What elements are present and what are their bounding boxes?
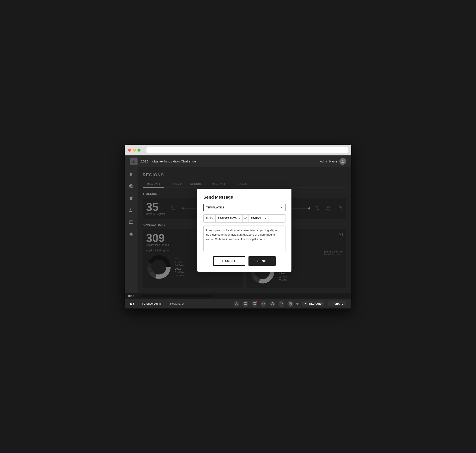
extra-input-field[interactable] bbox=[269, 215, 285, 222]
sidebar bbox=[125, 167, 137, 293]
admin-section: Admin Name bbox=[320, 158, 346, 165]
preview-icon[interactable] bbox=[234, 301, 240, 307]
globe-bottom-icon[interactable] bbox=[270, 301, 275, 307]
bottom-nav-icons: ✦ FREEHAND → SHARE bbox=[234, 301, 346, 307]
notify-label: Notify bbox=[204, 215, 215, 222]
breadcrumb-iic-super-admin[interactable]: IIC Super Admin bbox=[142, 302, 162, 305]
admin-avatar[interactable] bbox=[339, 158, 346, 165]
traffic-light-close[interactable] bbox=[128, 149, 131, 152]
browser-titlebar bbox=[125, 145, 351, 156]
main-layout: REGIONS REGION 1 REGION 2 REGION 3 REGIO… bbox=[125, 167, 351, 293]
send-button[interactable]: SEND bbox=[249, 256, 276, 266]
browser-window: 2018 Inclusive Innovation Challenge Admi… bbox=[125, 145, 351, 309]
app-title: 2018 Inclusive Innovation Challenge bbox=[141, 159, 196, 163]
chat-icon[interactable] bbox=[251, 301, 257, 307]
content-area: REGIONS REGION 1 REGION 2 REGION 3 REGIO… bbox=[137, 167, 351, 293]
traffic-light-minimize[interactable] bbox=[133, 149, 136, 152]
template-chevron-icon: ▼ bbox=[280, 206, 283, 209]
registrants-select[interactable]: REGISTRANTS ▼ bbox=[215, 215, 242, 222]
code-icon[interactable] bbox=[260, 301, 266, 307]
svg-point-17 bbox=[236, 303, 237, 304]
cancel-button[interactable]: CANCEL bbox=[213, 256, 245, 266]
send-message-modal: Send Message TEMPLATE 1 ▼ Notify REGISTR… bbox=[197, 189, 291, 272]
settings-bottom-icon[interactable] bbox=[287, 301, 293, 307]
logo-icon bbox=[130, 157, 137, 165]
svg-rect-18 bbox=[244, 303, 247, 304]
notify-row: Notify REGISTRANTS ▼ of REGION 1 ▼ bbox=[203, 214, 285, 223]
breadcrumb-chevron-1: › bbox=[137, 302, 139, 306]
region-chevron-icon: ▼ bbox=[264, 217, 266, 220]
share-button[interactable]: → SHARE bbox=[328, 301, 346, 306]
message-textarea[interactable]: Lorem ipsum dolor sit amet, consectetur … bbox=[203, 226, 285, 251]
notification-dot bbox=[256, 301, 257, 303]
invision-logo: in bbox=[130, 301, 134, 307]
app-header: 2018 Inclusive Innovation Challenge Admi… bbox=[125, 156, 351, 167]
traffic-light-maximize[interactable] bbox=[137, 149, 141, 152]
of-label: of bbox=[242, 215, 248, 222]
cloud-icon[interactable] bbox=[278, 301, 284, 307]
template-select[interactable]: TEMPLATE 1 ▼ bbox=[203, 204, 285, 211]
region-select[interactable]: REGION 1 ▼ bbox=[248, 215, 269, 222]
modal-overlay[interactable]: Send Message TEMPLATE 1 ▼ Notify REGISTR… bbox=[137, 167, 351, 293]
freehand-icon: ✦ bbox=[305, 302, 307, 305]
registrants-chevron-icon: ▼ bbox=[238, 217, 240, 220]
svg-point-2 bbox=[342, 160, 343, 161]
hide-label[interactable]: HIDE bbox=[128, 295, 135, 297]
sidebar-item-home[interactable] bbox=[128, 171, 135, 178]
bottom-nav: in › IIC Super Admin › Regional D bbox=[125, 299, 351, 309]
share-label: SHARE bbox=[334, 303, 343, 305]
progress-bar bbox=[141, 296, 344, 296]
sidebar-item-mail[interactable] bbox=[128, 219, 135, 226]
sidebar-item-layers[interactable] bbox=[128, 195, 135, 202]
freehand-button[interactable]: ✦ FREEHAND bbox=[301, 301, 325, 306]
svg-point-4 bbox=[130, 208, 131, 210]
comment-icon[interactable] bbox=[242, 301, 249, 307]
registrants-select-text: REGISTRANTS bbox=[218, 217, 237, 220]
share-arrow-icon: → bbox=[331, 303, 333, 305]
bottom-hide-bar: HIDE bbox=[125, 293, 351, 299]
breadcrumb-regional-d[interactable]: Regional D bbox=[170, 302, 184, 305]
app-logo bbox=[130, 157, 137, 165]
sidebar-item-settings[interactable] bbox=[128, 231, 135, 238]
freehand-label: FREEHAND bbox=[308, 303, 322, 305]
modal-actions: CANCEL SEND bbox=[203, 256, 285, 266]
svg-point-20 bbox=[290, 303, 291, 304]
url-bar[interactable] bbox=[147, 147, 348, 153]
modal-title: Send Message bbox=[203, 195, 285, 200]
progress-fill bbox=[141, 296, 212, 296]
template-select-label: TEMPLATE 1 bbox=[206, 206, 224, 209]
region-select-text: REGION 1 bbox=[251, 217, 263, 220]
sidebar-item-users[interactable] bbox=[128, 207, 135, 213]
admin-name: Admin Name bbox=[320, 160, 337, 163]
breadcrumb-chevron-2: › bbox=[166, 302, 167, 306]
template-select-wrapper: TEMPLATE 1 ▼ bbox=[203, 204, 285, 211]
sidebar-item-globe[interactable] bbox=[128, 183, 135, 190]
status-dot bbox=[296, 303, 298, 305]
